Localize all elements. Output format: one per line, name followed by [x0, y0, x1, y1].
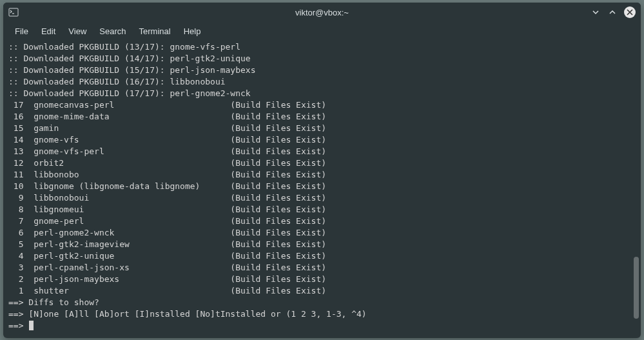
terminal-icon — [8, 7, 19, 17]
cursor-icon — [29, 321, 34, 330]
package-row: 16 gnome-mime-data (Build Files Exist) — [8, 111, 636, 123]
package-row: 7 gnome-perl (Build Files Exist) — [8, 215, 636, 227]
package-row: 14 gnome-vfs (Build Files Exist) — [8, 134, 636, 146]
menu-file[interactable]: File — [8, 24, 35, 39]
package-row: 3 perl-cpanel-json-xs (Build Files Exist… — [8, 262, 636, 274]
menu-search[interactable]: Search — [93, 24, 132, 39]
package-row: 9 libbonoboui (Build Files Exist) — [8, 192, 636, 204]
package-row: 1 shutter (Build Files Exist) — [8, 285, 636, 297]
svg-rect-0 — [9, 8, 18, 16]
prompt-cursor[interactable]: ==> — [8, 320, 636, 332]
close-button[interactable] — [624, 6, 636, 18]
menu-help[interactable]: Help — [177, 24, 208, 39]
prompt-options: ==> [N]one [A]ll [Ab]ort [I]nstalled [No… — [8, 308, 636, 320]
prompt-diffs: ==> Diffs to show? — [8, 297, 636, 308]
package-row: 6 perl-gnome2-wnck (Build Files Exist) — [8, 227, 636, 239]
package-row: 11 libbonobo (Build Files Exist) — [8, 169, 636, 181]
minimize-button[interactable] — [590, 7, 601, 17]
maximize-button[interactable] — [607, 7, 618, 17]
package-row: 15 gamin (Build Files Exist) — [8, 123, 636, 134]
package-row: 4 perl-gtk2-unique (Build Files Exist) — [8, 250, 636, 262]
download-line: :: Downloaded PKGBUILD (14/17): perl-gtk… — [8, 53, 636, 65]
menu-view[interactable]: View — [62, 24, 93, 39]
download-line: :: Downloaded PKGBUILD (15/17): perl-jso… — [8, 65, 636, 76]
titlebar: viktor@vbox:~ — [3, 3, 641, 22]
package-row: 13 gnome-vfs-perl (Build Files Exist) — [8, 146, 636, 157]
package-row: 10 libgnome (libgnome-data libgnome) (Bu… — [8, 181, 636, 192]
package-row: 17 gnomecanvas-perl (Build Files Exist) — [8, 99, 636, 111]
menu-edit[interactable]: Edit — [35, 24, 62, 39]
menubar: File Edit View Search Terminal Help — [3, 22, 641, 40]
package-row: 2 perl-json-maybexs (Build Files Exist) — [8, 274, 636, 285]
terminal-output[interactable]: :: Downloaded PKGBUILD (13/17): gnome-vf… — [3, 40, 641, 338]
menu-terminal[interactable]: Terminal — [133, 24, 177, 39]
package-row: 5 perl-gtk2-imageview (Build Files Exist… — [8, 239, 636, 250]
window-title: viktor@vbox:~ — [295, 8, 349, 17]
download-line: :: Downloaded PKGBUILD (16/17): libbonob… — [8, 76, 636, 88]
download-line: :: Downloaded PKGBUILD (13/17): gnome-vf… — [8, 41, 636, 53]
package-row: 8 libgnomeui (Build Files Exist) — [8, 204, 636, 215]
window-controls — [590, 6, 636, 18]
package-row: 12 orbit2 (Build Files Exist) — [8, 157, 636, 169]
terminal-window: viktor@vbox:~ File Edit View Search Term… — [3, 3, 641, 338]
download-line: :: Downloaded PKGBUILD (17/17): perl-gno… — [8, 88, 636, 99]
scrollbar-thumb[interactable] — [634, 257, 639, 319]
